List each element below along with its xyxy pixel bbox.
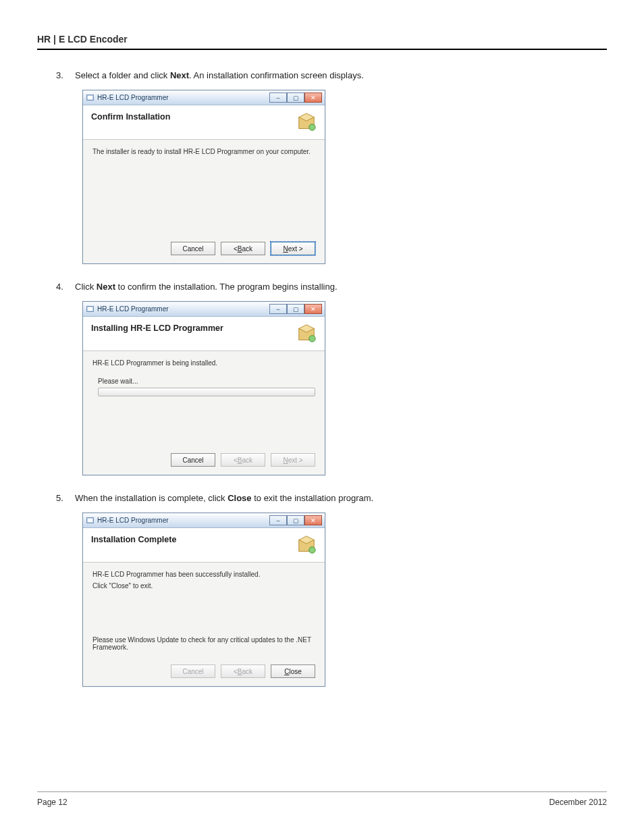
text: When the installation is complete, click — [75, 493, 227, 503]
footer-date: December 2012 — [549, 798, 607, 807]
close-button[interactable]: ✕ — [304, 515, 322, 525]
text: to confirm the installation. The program… — [115, 282, 338, 292]
dialog-installing: HR-E LCD Programmer – ▢ ✕ Installing HR-… — [82, 301, 607, 475]
minimize-button[interactable]: – — [269, 304, 287, 314]
svg-rect-11 — [88, 519, 92, 522]
step-text: When the installation is complete, click… — [75, 493, 373, 503]
step-number: 4. — [56, 282, 75, 292]
dialog-title: Confirm Installation — [91, 112, 170, 122]
dialog-header: Confirm Installation — [83, 105, 325, 140]
step-text: Click Next to confirm the installation. … — [75, 282, 338, 292]
back-button: < Back — [221, 664, 265, 678]
dialog-title: Installing HR-E LCD Programmer — [91, 323, 223, 333]
dialog-confirm-installation: HR-E LCD Programmer – ▢ ✕ Confirm Instal… — [82, 90, 607, 264]
button-row: Cancel < Back Close — [83, 658, 325, 686]
step-5: 5. When the installation is complete, cl… — [56, 493, 607, 503]
installer-icon — [86, 93, 95, 102]
dialog-text: HR-E LCD Programmer has been successfull… — [92, 571, 315, 578]
text: ack — [242, 245, 252, 253]
back-button: < Back — [221, 453, 265, 467]
window-title: HR-E LCD Programmer — [97, 305, 267, 313]
minimize-button[interactable]: – — [269, 515, 287, 525]
bold-next: Next — [97, 282, 115, 292]
button-row: Cancel < Back Next > — [83, 235, 325, 263]
step-text: Select a folder and click Next. An insta… — [75, 70, 364, 80]
dialog-text: The installer is ready to install HR-E L… — [92, 148, 315, 155]
dialog-text: HR-E LCD Programmer is being installed. — [92, 359, 315, 367]
titlebar: HR-E LCD Programmer – ▢ ✕ — [83, 302, 325, 317]
dialog-header: Installing HR-E LCD Programmer — [83, 317, 325, 351]
dialog-text: Click "Close" to exit. — [92, 582, 315, 590]
mnemonic: N — [283, 245, 288, 253]
dialog-header: Installation Complete — [83, 528, 325, 563]
page-footer: Page 12 December 2012 — [37, 791, 607, 807]
svg-rect-1 — [88, 96, 92, 99]
mnemonic: B — [238, 245, 242, 253]
text: Click — [75, 282, 97, 292]
svg-rect-6 — [88, 307, 92, 311]
back-button[interactable]: < Back — [221, 242, 265, 255]
text: ack — [242, 668, 252, 675]
window-title: HR-E LCD Programmer — [97, 94, 267, 101]
next-button[interactable]: Next > — [271, 242, 315, 255]
close-button[interactable]: ✕ — [304, 93, 322, 103]
step-3: 3. Select a folder and click Next. An in… — [56, 70, 607, 80]
installer-icon — [86, 305, 95, 313]
bold-next: Next — [170, 70, 189, 80]
maximize-button[interactable]: ▢ — [287, 515, 304, 525]
text: . An installation confirmation screen di… — [189, 70, 364, 80]
maximize-button[interactable]: ▢ — [287, 304, 304, 314]
progress-bar — [98, 388, 315, 396]
cancel-button: Cancel — [171, 664, 215, 678]
text: Select a folder and click — [75, 70, 170, 80]
mnemonic: B — [238, 457, 242, 464]
text: ext > — [288, 457, 303, 464]
svg-point-4 — [309, 124, 315, 130]
dialog-installation-complete: HR-E LCD Programmer – ▢ ✕ Installation C… — [82, 513, 607, 687]
dialog-title: Installation Complete — [91, 535, 176, 544]
box-icon — [296, 112, 317, 132]
text: ack — [242, 457, 252, 464]
text: ext > — [288, 245, 303, 253]
box-icon — [296, 535, 317, 555]
text: to exit the installation program. — [252, 493, 374, 503]
progress-label: Please wait... — [98, 377, 315, 385]
close-dialog-button[interactable]: Close — [271, 664, 315, 678]
net-framework-message: Please use Windows Update to check for a… — [83, 623, 325, 658]
text: lose — [289, 668, 301, 675]
page-number: Page 12 — [37, 798, 68, 807]
titlebar: HR-E LCD Programmer – ▢ ✕ — [83, 90, 325, 105]
mnemonic: N — [283, 457, 288, 464]
titlebar: HR-E LCD Programmer – ▢ ✕ — [83, 513, 325, 528]
bold-close: Close — [227, 493, 251, 503]
mnemonic: C — [284, 668, 289, 675]
next-button: Next > — [271, 453, 315, 467]
minimize-button[interactable]: – — [269, 93, 287, 103]
progress-section: Please wait... — [83, 377, 325, 396]
step-4: 4. Click Next to confirm the installatio… — [56, 282, 607, 292]
mnemonic: B — [238, 668, 242, 675]
step-number: 3. — [56, 70, 75, 80]
window-title: HR-E LCD Programmer — [97, 517, 267, 524]
button-row: Cancel < Back Next > — [83, 446, 325, 475]
step-number: 5. — [56, 493, 75, 503]
installer-icon — [86, 516, 95, 525]
maximize-button[interactable]: ▢ — [287, 93, 304, 103]
cancel-button[interactable]: Cancel — [171, 453, 215, 467]
svg-point-14 — [309, 547, 315, 553]
cancel-button[interactable]: Cancel — [171, 242, 215, 255]
svg-point-9 — [309, 336, 315, 342]
close-button[interactable]: ✕ — [304, 304, 322, 314]
box-icon — [296, 323, 317, 344]
document-header: HR | E LCD Encoder — [37, 34, 607, 50]
